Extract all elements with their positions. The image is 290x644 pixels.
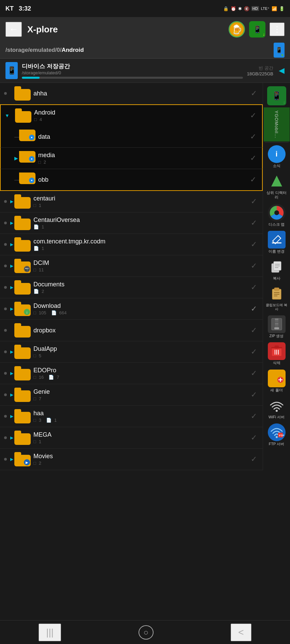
folder-icon <box>14 86 31 101</box>
folder-icon <box>14 216 31 230</box>
folder-icon: ● <box>19 173 36 187</box>
sidebar-divider <box>265 142 289 143</box>
svg-text:FTP: FTP <box>279 434 284 437</box>
phone-transfer-icon[interactable]: 📱 ↓ <box>249 21 265 38</box>
back-button[interactable]: ← <box>5 22 22 37</box>
file-info: Genie □ 7 <box>33 388 249 401</box>
new-folder-icon <box>268 370 286 387</box>
list-item[interactable]: ▶ com.tencent.tmgp.kr.codm 📄 1 ✓ <box>0 234 263 255</box>
dot-indicator <box>4 436 7 439</box>
info-icon: i <box>268 145 286 163</box>
sidebar-item-clipboard[interactable]: 클립보드에 복사 <box>264 283 290 313</box>
list-item[interactable]: ▶ haa □ 3 📄 1 ✓ <box>0 406 263 427</box>
sidebar-item-label: 이름 변경 <box>269 249 285 254</box>
device-icon[interactable]: 📱 ▼ <box>274 43 285 58</box>
folder-icon <box>14 431 31 445</box>
svg-rect-16 <box>275 321 278 323</box>
sidebar-item-label: 디스크 맵 <box>269 222 285 227</box>
sidebar-item-delete[interactable]: 삭제 <box>264 340 290 367</box>
sidebar-item-label: 삭제 <box>273 361 280 365</box>
download-icon: 📱 ↓ <box>267 86 286 105</box>
more-options-button[interactable]: ⋮ <box>270 23 285 36</box>
beer-icon[interactable]: 🍺 <box>229 21 245 38</box>
sidebar-item-label: ZIP 생성 <box>270 334 284 338</box>
dot-indicator <box>4 222 7 224</box>
dot-indicator <box>4 200 7 203</box>
list-item[interactable]: ▶ EDOPro □ 16 📄 7 ✓ <box>0 363 263 384</box>
list-item[interactable]: ▶ ↓ Download □ 105 📄 664 ✓ <box>0 298 263 320</box>
sidebar-item-label: 소식 <box>273 164 280 168</box>
alarm-icon: ⏰ <box>231 6 236 11</box>
list-item[interactable]: ▶ Genie □ 7 ✓ <box>0 384 263 406</box>
list-item[interactable]: ▶ Documents 📄 2 ✓ <box>0 277 263 298</box>
sidebar-item-zip[interactable]: ZIP 생성 <box>264 313 290 340</box>
folder-icon: ↓ <box>14 302 31 316</box>
sidebar-item-rename[interactable]: 이름 변경 <box>264 229 290 256</box>
check-icon: ✓ <box>249 261 259 271</box>
dot-indicator <box>4 393 7 396</box>
app-bar-icons: 🍺 📱 ↓ ⋮ <box>229 21 285 38</box>
list-item[interactable]: ▶ MEGA □ 1 ✓ <box>0 427 263 449</box>
folder-icon <box>14 345 31 359</box>
list-item[interactable]: dropbox ✓ <box>0 320 263 341</box>
svg-rect-10 <box>274 288 279 290</box>
sidebar-item-disk-map[interactable]: 디스크 맵 <box>264 202 290 229</box>
ygo-label: YGOMobil... <box>264 107 290 141</box>
navigation-bar: ||| ○ < <box>0 620 290 644</box>
sidebar-item-download[interactable]: 📱 ↓ <box>264 84 290 107</box>
lte-icon: LTE⁺ <box>261 6 270 11</box>
zip-icon <box>268 315 286 333</box>
dot-indicator <box>4 350 7 353</box>
recent-apps-button[interactable]: ||| <box>39 624 61 641</box>
sidebar-item-news[interactable]: i 소식 <box>264 143 290 170</box>
storage-info: 디바이스 저장공간 /storage/emulated/0 <box>22 62 243 79</box>
folder-icon: ● <box>19 130 36 144</box>
sidebar-item-ftp[interactable]: FTP FTP 서버 <box>264 421 290 448</box>
list-item[interactable]: ▶ CentauriOversea 📄 1 ✓ <box>0 212 263 234</box>
sidebar-item-copy[interactable]: 복사 <box>264 256 290 283</box>
file-info: Download □ 105 📄 664 <box>33 302 249 315</box>
home-button[interactable]: ○ <box>139 625 154 640</box>
app-title: X-plore <box>27 24 223 35</box>
lock-icon: 🔒 <box>223 6 229 11</box>
svg-marker-0 <box>271 176 282 186</box>
file-info: Movies □ 2 <box>33 453 249 466</box>
list-item[interactable]: ▶ centauri □ 1 ✓ <box>0 191 263 212</box>
svg-point-30 <box>276 436 278 438</box>
sidebar-item-wifi[interactable]: WiFi 서버 <box>264 394 290 421</box>
check-icon: ✓ <box>249 433 259 443</box>
list-item[interactable]: ▶ ▶ Movies □ 2 ✓ <box>0 449 263 470</box>
list-item[interactable]: ahha ✓ <box>0 83 263 104</box>
list-item[interactable]: ▶ ● media □ 2 ✓ <box>0 148 263 169</box>
file-info: Android □ 4 <box>34 109 248 122</box>
app-bar: ← X-plore 🍺 📱 ↓ ⋮ <box>0 17 290 42</box>
list-item[interactable]: ▶ DualApp □ 5 ✓ <box>0 341 263 363</box>
storage-info-bar: 📱 디바이스 저장공간 /storage/emulated/0 빈 공간 18G… <box>0 59 290 83</box>
list-item[interactable]: ▶ 📷 DCIM □ 11 ✓ <box>0 255 263 277</box>
dot-indicator <box>4 329 7 332</box>
folder-icon <box>14 237 31 252</box>
check-icon: ✓ <box>249 283 259 292</box>
back-nav-button[interactable]: < <box>231 624 251 641</box>
folder-icon <box>14 366 31 380</box>
folder-icon <box>14 323 31 338</box>
sidebar-item-new-folder[interactable]: 새 폴더 <box>264 368 290 394</box>
dot-indicator <box>4 308 7 310</box>
mute-icon: 🔇 <box>244 6 249 11</box>
sidebar-item-label: 새 폴더 <box>270 388 282 392</box>
list-item[interactable]: — ● data ✓ <box>0 126 263 148</box>
sidebar-item-label: 상위 디렉터리 <box>265 191 288 199</box>
file-info: CentauriOversea 📄 1 <box>33 216 249 229</box>
folder-icon <box>14 280 31 295</box>
list-item[interactable]: — ● obb ✓ <box>0 169 263 191</box>
file-info: data <box>38 133 248 140</box>
sidebar-item-up-dir[interactable]: 상위 디렉터리 <box>264 170 290 201</box>
check-icon: ✓ <box>248 132 258 141</box>
check-icon: ✓ <box>248 153 258 163</box>
sidebar-item-label: 복사 <box>273 276 280 281</box>
list-item[interactable]: ▼ Android □ 4 ✓ <box>0 104 263 126</box>
storage-device-icon: 📱 <box>5 62 18 79</box>
sidebar-item-label: WiFi 서버 <box>269 415 285 419</box>
check-icon: ✓ <box>249 240 259 249</box>
svg-point-2 <box>274 210 279 215</box>
